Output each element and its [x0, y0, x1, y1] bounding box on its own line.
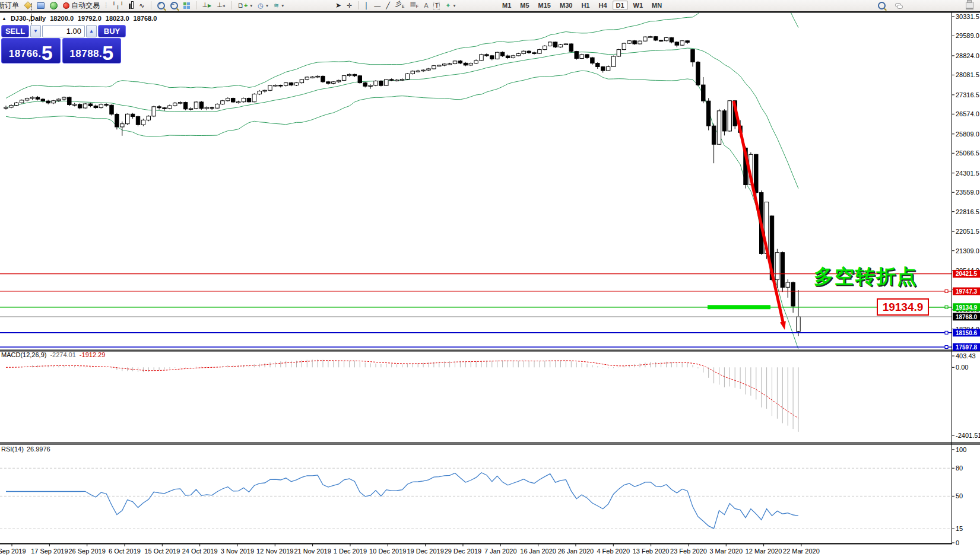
trendline-button[interactable]: ╱: [384, 1, 392, 10]
candle: [120, 124, 124, 127]
arrows-button[interactable]: ✦▾: [443, 1, 457, 10]
candle: [199, 102, 203, 109]
date-axis-label: 19 Dec 2019: [407, 548, 443, 555]
candle: [775, 253, 779, 280]
candle: [332, 82, 335, 84]
timeframe-w1[interactable]: W1: [630, 1, 647, 10]
candle: [173, 103, 177, 106]
periods-button[interactable]: ◷▾: [256, 1, 270, 10]
timeframe-h4[interactable]: H4: [595, 1, 610, 10]
line-anchor-marker[interactable]: [945, 331, 948, 334]
volume-increase-button[interactable]: ▲: [86, 25, 97, 37]
horizontal-line-button[interactable]: —: [372, 1, 382, 10]
candle: [543, 46, 547, 49]
candle: [83, 104, 87, 108]
bar-chart-button[interactable]: ╵╷╵: [110, 1, 125, 10]
date-axis-label: 3 Nov 2019: [221, 548, 254, 555]
candle: [633, 41, 636, 44]
line-anchor-marker[interactable]: [945, 289, 948, 292]
timeframe-mn[interactable]: MN: [648, 1, 665, 10]
crosshair-button[interactable]: ✛: [345, 1, 354, 10]
candle: [152, 107, 156, 116]
price-callout-box[interactable]: 19134.9: [877, 298, 929, 316]
timeframe-m5[interactable]: M5: [516, 1, 532, 10]
sell-button[interactable]: SELL: [1, 25, 29, 37]
candle: [680, 41, 684, 45]
candlestick-chart-button[interactable]: [127, 1, 135, 10]
autotrading-button[interactable]: 自动交易: [61, 1, 102, 10]
price-badge-text: 19747.3: [956, 288, 978, 295]
line-chart-button[interactable]: ∿: [137, 1, 146, 10]
date-axis-label: 4 Feb 2020: [597, 548, 630, 555]
price-axis-label: 25066.5: [956, 149, 979, 157]
macd-name: MACD(12,26,9): [1, 351, 46, 358]
candle: [453, 61, 456, 64]
one-click-toggle[interactable]: ▲: [2, 16, 7, 21]
candle: [305, 77, 309, 79]
trend-arrow[interactable]: [734, 101, 784, 324]
price-axis-label: 29589.0: [956, 32, 979, 39]
candle: [15, 103, 18, 105]
macd-main-value: -2274.01: [50, 351, 75, 358]
templates-button[interactable]: 🗋+▾: [236, 1, 254, 10]
buy-price-panel[interactable]: 18788. 5: [62, 38, 122, 63]
timeframe-m15[interactable]: M15: [535, 1, 554, 10]
text-button[interactable]: A: [422, 1, 430, 10]
fibonacci-button[interactable]: 彡E: [394, 1, 407, 10]
candle: [168, 106, 172, 109]
search-icon[interactable]: [876, 1, 887, 10]
autotrading-label: 自动交易: [71, 1, 100, 11]
text-label-button[interactable]: T: [432, 1, 442, 10]
timeframe-m30[interactable]: M30: [556, 1, 576, 10]
candle: [617, 50, 620, 56]
volume-input[interactable]: [42, 25, 85, 37]
price-axis-label: 23559.0: [956, 189, 979, 196]
volume-decrease-button[interactable]: ▼: [30, 25, 41, 37]
candle: [41, 99, 45, 101]
fibo-fan-button[interactable]: ▦F: [408, 1, 420, 10]
turning-point-annotation[interactable]: 多空转折点: [814, 263, 918, 290]
candle: [147, 116, 150, 120]
line-anchor-marker[interactable]: [945, 345, 948, 348]
candle: [490, 56, 494, 59]
indicators-button[interactable]: ≋▾: [272, 1, 286, 10]
candle: [157, 107, 161, 108]
trend-arrow-head: [780, 321, 786, 330]
candle: [601, 66, 605, 71]
timeframe-d1[interactable]: D1: [613, 1, 628, 10]
price-axis-label: 27316.5: [956, 91, 979, 98]
new-order-button[interactable]: 新订单: [0, 1, 21, 10]
broadcast-icon[interactable]: [48, 1, 59, 10]
candle: [263, 90, 267, 91]
chat-icon[interactable]: [893, 1, 904, 10]
macd-scale-label: -2401.51: [956, 432, 980, 439]
candle: [458, 61, 462, 63]
candle: [527, 51, 531, 53]
support-zone-bar[interactable]: [708, 305, 770, 309]
candle: [421, 70, 425, 71]
timeframe-m1[interactable]: M1: [499, 1, 515, 10]
chart-shift-button[interactable]: ⊥◂: [215, 1, 227, 10]
candle: [627, 41, 631, 43]
zoom-out-button[interactable]: −: [169, 1, 180, 10]
autoscroll-button[interactable]: ⊥▶: [201, 1, 214, 10]
mt4-terminal-window: 新订单 自动交易 ┆ ╵╷╵ ∿ + − ⊥▶ ⊥◂ 🗋+▾ ◷▾ ≋▾: [0, 0, 980, 560]
cursor-button[interactable]: ➤: [334, 1, 343, 10]
macd-signal-value: -1912.29: [80, 351, 105, 358]
candle: [686, 41, 689, 43]
candle: [691, 50, 694, 62]
date-axis-label: 3 Mar 2020: [709, 548, 743, 555]
candle: [670, 37, 673, 42]
zoom-in-button[interactable]: +: [156, 1, 167, 10]
vertical-line-button[interactable]: │: [363, 1, 370, 10]
price-axis-label: 25809.0: [956, 131, 979, 138]
profiles-icon[interactable]: [35, 1, 46, 10]
date-axis-label: Sep 2019: [0, 548, 26, 555]
buy-button[interactable]: BUY: [98, 25, 126, 37]
sell-price-panel[interactable]: 18766. 5: [1, 38, 61, 63]
price-badge-text: 19134.9: [956, 304, 978, 311]
timeframe-h1[interactable]: H1: [578, 1, 593, 10]
print-icon[interactable]: [964, 1, 975, 10]
tile-windows-button[interactable]: [182, 1, 192, 10]
price-badge-text: 18150.6: [956, 330, 978, 336]
